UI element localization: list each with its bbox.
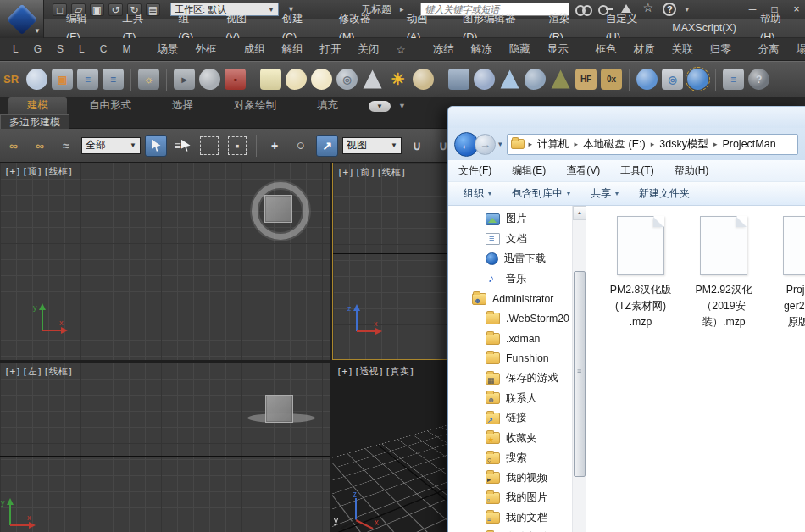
viewport-name[interactable]: [前]	[355, 167, 375, 178]
skylight-icon[interactable]	[413, 69, 434, 90]
lattice-tower-icon[interactable]	[499, 69, 520, 90]
reference-coordinate-dropdown[interactable]: 视图 ▼	[342, 137, 402, 154]
toolbar-letter-2[interactable]: S	[57, 43, 64, 55]
sun-icon[interactable]: ☀	[387, 69, 408, 90]
sidebar-item-14[interactable]: ▫我的图片	[448, 488, 572, 508]
viewport-persp-label[interactable]: [+][透视][真实]	[336, 365, 415, 378]
command-3[interactable]: 新建文件夹	[629, 186, 700, 201]
max-logo-button[interactable]: ▼	[0, 0, 44, 38]
sidebar-item-4[interactable]: ☻Administrator	[448, 289, 572, 309]
toolbar2-item[interactable]: ☆	[396, 43, 405, 56]
grass-tool-icon[interactable]	[550, 69, 571, 90]
sidebar-item-1[interactable]: 文档	[448, 230, 572, 250]
render-presets-icon[interactable]: ≡	[103, 69, 124, 90]
file-item-2[interactable]: ProjectMger2.95英原版.mz	[766, 216, 805, 532]
box-object-side-view[interactable]	[265, 395, 293, 423]
toolbar2-item[interactable]: 隐藏	[509, 42, 530, 57]
viewport-front[interactable]: [+][前][线框] z x	[332, 163, 449, 360]
toolbar2-item[interactable]: 冻结	[433, 42, 454, 57]
sidebar-item-5[interactable]: .WebStorm20	[448, 309, 572, 330]
viewport-name[interactable]: [透视]	[354, 366, 384, 377]
sidebar-item-10[interactable]: ↗链接	[448, 408, 572, 429]
command-0[interactable]: 组织▾	[453, 186, 502, 201]
scroll-up-button[interactable]: ▲	[573, 206, 586, 220]
sphere-primitive-icon[interactable]	[311, 69, 332, 90]
rendered-frame-icon[interactable]: ≡	[77, 69, 98, 90]
forward-button[interactable]: →	[475, 134, 496, 155]
sidebar-item-9[interactable]: ☻联系人	[448, 389, 572, 409]
toolbar2-item[interactable]: 归零	[710, 42, 731, 57]
toolbar2-item[interactable]: 解组	[281, 42, 303, 57]
viewport-perspective[interactable]: [+][透视][真实] z x y	[332, 363, 449, 532]
viewport-menu-plus[interactable]: [+]	[337, 167, 354, 178]
toolbar2-item[interactable]: 分离	[758, 42, 780, 57]
scale-tool-icon[interactable]: ↗	[316, 135, 338, 157]
viewport-left-label[interactable]: [+][左][线框]	[4, 365, 74, 378]
ribbon-minimize-button[interactable]: ▼	[369, 101, 391, 112]
explorer-menu-2[interactable]: 查看(V)	[566, 163, 600, 178]
viewport-left[interactable]: [+][左][线框] y x	[0, 363, 330, 532]
video-camera-icon[interactable]: ▪	[225, 69, 246, 90]
command-1[interactable]: 包含到库中▾	[502, 186, 580, 201]
help-icon[interactable]: ?	[748, 69, 769, 90]
select-link-icon[interactable]: ∞	[3, 135, 25, 157]
move-tool-icon[interactable]: +	[264, 135, 286, 157]
hair-fur-icon[interactable]: HF	[575, 69, 597, 90]
file-item-1[interactable]: PM2.92汉化（2019安装）.mzp	[683, 216, 764, 532]
viewport-shading[interactable]: [线框]	[43, 166, 73, 177]
ribbon-tab-1[interactable]: 自由形式	[70, 97, 150, 114]
sidebar-item-12[interactable]: ○搜索	[448, 448, 572, 468]
explorer-menu-0[interactable]: 文件(F)	[458, 163, 491, 178]
snap-toggle-icon[interactable]: ∪	[406, 135, 428, 157]
toolbar2-item[interactable]: 材质	[634, 42, 655, 57]
ribbon-tab-4[interactable]: 填充	[298, 97, 357, 114]
toolbar2-item[interactable]: 解冻	[471, 42, 492, 57]
viewport-menu-plus[interactable]: [+]	[336, 366, 353, 377]
breadcrumb[interactable]: ▸计算机▸本地磁盘 (E:)▸3dsky模型▸ProjectMan	[507, 134, 798, 155]
rect-region-icon[interactable]	[200, 136, 219, 155]
sidebar-item-6[interactable]: .xdman	[448, 329, 572, 349]
unlink-icon[interactable]: ∞	[29, 135, 51, 157]
assign-material-icon[interactable]	[687, 69, 708, 90]
viewport-shading[interactable]: [线框]	[376, 167, 406, 178]
sidebar-item-7[interactable]: Funshion	[448, 349, 572, 369]
box-object-top-view[interactable]	[264, 195, 292, 223]
help-icon[interactable]: ?	[663, 3, 676, 16]
toolbar2-item[interactable]: 框色	[596, 42, 617, 57]
scatter-tool-icon[interactable]	[448, 69, 469, 90]
viewport-menu-plus[interactable]: [+]	[4, 366, 21, 377]
viewport-name[interactable]: [顶]	[22, 166, 42, 177]
camera-icon[interactable]: ▸	[174, 69, 195, 90]
plane-primitive-icon[interactable]	[260, 69, 281, 90]
nav-scrollbar[interactable]: ▲	[572, 206, 586, 532]
sidebar-item-13[interactable]: ▸我的视频	[448, 468, 572, 489]
rotate-tool-icon[interactable]: ○	[290, 135, 312, 157]
rock-tool-icon[interactable]	[525, 69, 546, 90]
toolbar2-item[interactable]: 外框	[195, 42, 216, 57]
explorer-menu-4[interactable]: 帮助(H)	[675, 163, 709, 178]
molecule-tool-icon[interactable]	[474, 69, 495, 90]
viewport-top[interactable]: [+][顶][线框] y x	[0, 163, 330, 360]
toolbar2-item[interactable]: 成组	[243, 42, 264, 57]
file-item-0[interactable]: PM2.8汉化版(TZ素材网).mzp	[600, 216, 681, 532]
sidebar-item-8[interactable]: ▦保存的游戏	[448, 369, 572, 389]
tab-polygon-modeling[interactable]: 多边形建模	[0, 114, 69, 129]
material-editor-icon[interactable]	[636, 69, 658, 90]
camera-dome-icon[interactable]	[199, 69, 220, 90]
select-object-button[interactable]	[145, 135, 167, 157]
bind-spacewarp-icon[interactable]: ≈	[55, 135, 77, 157]
scrollbar-thumb[interactable]	[574, 271, 586, 477]
recent-pages-dropdown-icon[interactable]: ▾	[498, 140, 502, 148]
blob-primitive-icon[interactable]	[286, 69, 307, 90]
toolbar-letter-4[interactable]: C	[100, 43, 108, 55]
viewport-top-label[interactable]: [+][顶][线框]	[4, 165, 74, 178]
select-by-name-icon[interactable]: ≡	[171, 135, 193, 157]
viewport-shading[interactable]: [线框]	[43, 366, 73, 377]
toolbar2-item[interactable]: 场景	[157, 42, 178, 57]
ribbon-tab-0[interactable]: 建模	[8, 97, 67, 114]
sidebar-item-0[interactable]: 图片	[448, 209, 572, 230]
sidebar-item-11[interactable]: ★收藏夹	[448, 429, 572, 449]
max-menu-10[interactable]: MAXScript(X)	[660, 19, 748, 37]
teapot-render-icon[interactable]	[26, 69, 47, 90]
ribbon-tab-2[interactable]: 选择	[153, 97, 212, 114]
